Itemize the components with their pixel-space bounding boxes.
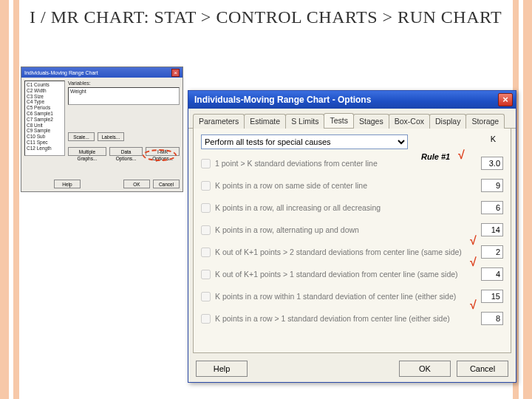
decor-stripe [13,0,19,399]
test-row: K points in a row, alternating up and do… [201,223,503,236]
tab-display[interactable]: Display [429,114,466,129]
k-column-header: K [491,134,496,143]
ok-button[interactable]: OK [399,361,451,377]
test-checkbox[interactable] [201,248,211,257]
dialog-titlebar: Individuals-Moving Range Chart × [21,67,183,78]
list-item[interactable]: C11 Spec [27,140,63,146]
k-value-input[interactable] [481,223,503,236]
test-checkbox[interactable] [201,270,211,279]
data-options-button[interactable]: Data Options... [109,147,143,156]
test-checkbox[interactable] [201,225,211,235]
help-button[interactable]: Help [54,180,81,188]
variables-input[interactable]: Weight [68,87,180,105]
k-value-input[interactable] [481,312,503,325]
list-item[interactable]: C7 Sample2 [27,117,63,123]
ok-button[interactable]: OK [123,180,150,188]
test-label: K points in a row, all increasing or all… [215,203,477,212]
imr-main-dialog: Individuals-Moving Range Chart × C1 Coun… [21,66,183,192]
cancel-button[interactable]: Cancel [457,361,508,377]
list-item[interactable]: C1 Counts [27,82,63,88]
test-label: K points in a row within 1 standard devi… [215,292,477,301]
tab-strip: ParametersEstimateS LimitsTestsStagesBox… [188,109,516,129]
check-icon: √ [470,256,477,269]
tab-stages[interactable]: Stages [353,114,389,129]
test-mode-select[interactable]: Perform all tests for special causes [201,134,408,149]
scale-button[interactable]: Scale... [68,132,95,141]
k-value-input[interactable] [481,179,503,192]
decor-stripe [0,0,9,399]
test-row: K points in a row > 1 standard deviation… [201,312,503,325]
test-label: K points in a row, alternating up and do… [215,225,477,234]
list-item[interactable]: C5 Periods [27,105,63,111]
test-row: K points in a row, all increasing or all… [201,201,503,214]
list-item[interactable]: C8 Unit [27,123,63,129]
test-checkbox[interactable] [201,181,211,191]
test-checkbox[interactable] [201,203,211,213]
list-item[interactable]: C3 Size [27,94,63,100]
k-value-input[interactable] [481,157,503,170]
test-row: K out of K+1 points > 2 standard deviati… [201,245,503,259]
variables-label: Variables: [68,81,180,86]
list-item[interactable]: C4 Type [27,99,63,105]
list-item[interactable]: C2 Width [27,88,63,94]
variable-listbox[interactable]: C1 CountsC2 WidthC3 SizeC4 TypeC5 Period… [24,81,65,156]
list-item[interactable]: C6 Sample1 [27,111,63,117]
test-row: K out of K+1 points > 1 standard deviati… [201,267,503,281]
check-icon: √ [470,299,477,312]
slide-title: I / MR CHART: STAT > CONTROL CHARTS > RU… [30,6,502,28]
list-item[interactable]: C12 Length [27,146,63,151]
dialog-titlebar: Individuals-Moving Range Chart - Options… [188,91,516,109]
list-item[interactable]: C9 Sample [27,128,63,134]
tab-parameters[interactable]: Parameters [193,114,245,129]
dialog-title: Individuals-Moving Range Chart - Options [194,95,371,105]
k-value-input[interactable] [481,267,503,281]
annotation-rule1: Rule #1 [421,152,450,161]
labels-button[interactable]: Labels... [98,132,124,141]
k-value-input[interactable] [481,245,503,259]
tab-box-cox[interactable]: Box-Cox [389,114,430,129]
test-checkbox[interactable] [201,159,211,168]
close-icon[interactable]: × [171,69,180,77]
multiple-graphs-button[interactable]: Multiple Graphs... [68,147,106,156]
tab-s-limits[interactable]: S Limits [285,114,324,129]
test-checkbox[interactable] [201,314,211,324]
test-row: K points in a row within 1 standard devi… [201,290,503,303]
check-icon: √ [470,234,477,248]
list-item[interactable]: C10 Sub [27,134,63,140]
k-value-input[interactable] [481,201,503,214]
check-icon: √ [458,149,465,162]
decor-stripe [523,0,532,399]
imr-options-button[interactable]: I-MR Options... [146,147,180,156]
test-row: K points in a row on same side of center… [201,179,503,192]
k-value-input[interactable] [481,290,503,303]
test-checkbox[interactable] [201,292,211,301]
dialog-title: Individuals-Moving Range Chart [24,70,98,75]
tab-storage[interactable]: Storage [466,114,505,129]
tab-estimate[interactable]: Estimate [244,114,286,129]
test-label: K points in a row on same side of center… [215,181,477,190]
tab-tests[interactable]: Tests [324,113,354,128]
test-label: K out of K+1 points > 2 standard deviati… [215,248,477,256]
test-label: K out of K+1 points > 1 standard deviati… [215,270,477,279]
test-label: K points in a row > 1 standard deviation… [215,314,477,323]
imr-options-dialog: Individuals-Moving Range Chart - Options… [188,90,516,383]
cancel-button[interactable]: Cancel [153,180,180,188]
close-icon[interactable]: × [498,93,513,106]
help-button[interactable]: Help [196,361,248,377]
